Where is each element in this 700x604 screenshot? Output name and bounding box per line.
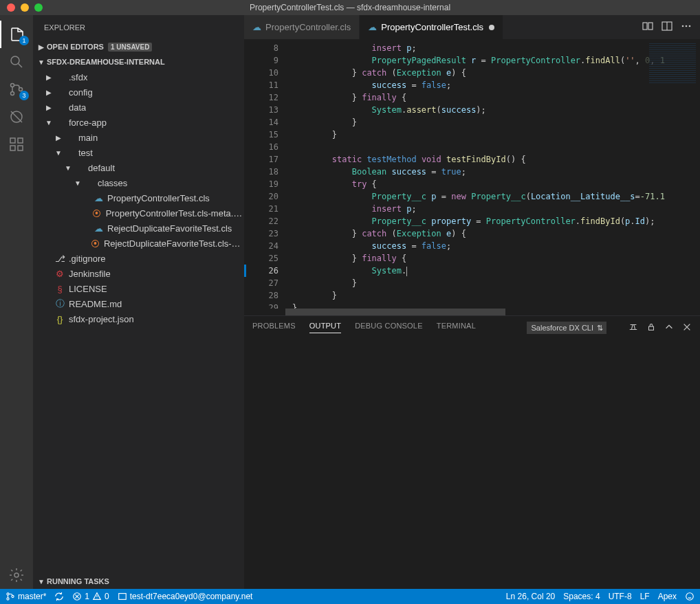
editor-area: ☁PropertyController.cls☁PropertyControll… — [244, 15, 700, 589]
title-bar: PropertyControllerTest.cls — sfdx-dreamh… — [0, 0, 700, 15]
settings-gear-icon[interactable] — [0, 561, 33, 589]
window-title: PropertyControllerTest.cls — sfdx-dreamh… — [0, 3, 700, 12]
debug-icon[interactable] — [0, 103, 33, 131]
project-section[interactable]: ▼ SFDX-DREAMHOUSE-INTERNAL — [33, 54, 244, 69]
output-channel-select[interactable]: Salesforce DX CLI ⇅ — [527, 322, 606, 334]
project-name: SFDX-DREAMHOUSE-INTERNAL — [47, 58, 165, 66]
svg-point-17 — [7, 593, 9, 595]
file-name: README.md — [69, 299, 122, 309]
svg-point-22 — [686, 593, 694, 601]
chevron-down-icon: ▼ — [36, 578, 47, 585]
file-item[interactable]: ⦿RejectDuplicateFavoriteTest.cls-me... — [33, 236, 244, 251]
chevron-right-icon: ▶ — [36, 43, 47, 51]
folder-item[interactable]: ▶main — [33, 130, 244, 145]
file-tree: ▶.sfdx▶config▶data▼force-app▶main▼test▼d… — [33, 69, 244, 326]
cursor-position[interactable]: Ln 26, Col 20 — [506, 592, 555, 601]
file-name: default — [88, 163, 115, 173]
svg-rect-6 — [10, 146, 15, 150]
file-item[interactable]: ☁PropertyControllerTest.cls — [33, 190, 244, 205]
code-content[interactable]: insert p; PropertyPagedResult r = Proper… — [292, 39, 700, 309]
org-indicator[interactable]: test-dt7eeca0eyd0@company.net — [118, 592, 253, 601]
file-type-icon: ⦿ — [89, 238, 101, 249]
file-item[interactable]: {}sfdx-project.json — [33, 311, 244, 326]
line-numbers: 8910111213141516171819202122232425262728… — [244, 39, 292, 309]
file-type-icon: ☁ — [92, 223, 105, 234]
sync-button[interactable] — [54, 592, 64, 601]
file-name: RejectDuplicateFavoriteTest.cls-me... — [104, 238, 244, 249]
svg-point-13 — [682, 25, 684, 27]
panel-body[interactable] — [244, 339, 700, 589]
editor-tab[interactable]: ☁PropertyControllerTest.cls — [360, 15, 503, 39]
open-editors-label: OPEN EDITORS — [47, 43, 104, 51]
more-actions-icon[interactable] — [681, 21, 692, 34]
file-item[interactable]: §LICENSE — [33, 281, 244, 296]
status-bar: master* 1 0 test-dt7eeca0eyd0@company.ne… — [0, 589, 700, 604]
file-name: RejectDuplicateFavoriteTest.cls — [107, 223, 232, 234]
svg-rect-11 — [648, 23, 653, 30]
panel-tab-output[interactable]: OUTPUT — [309, 322, 341, 333]
file-type-icon: ⎇ — [54, 254, 66, 264]
panel-tab-terminal[interactable]: TERMINAL — [437, 322, 476, 333]
svg-point-0 — [11, 56, 19, 65]
encoding[interactable]: UTF-8 — [609, 592, 632, 601]
file-name: Jenkinsfile — [69, 269, 111, 279]
folder-item[interactable]: ▶config — [33, 85, 244, 100]
bottom-panel: PROBLEMSOUTPUTDEBUG CONSOLETERMINAL Sale… — [244, 315, 700, 589]
chevron-down-icon: ▼ — [54, 149, 63, 157]
file-name: .sfdx — [69, 72, 87, 82]
file-name: .gitignore — [69, 254, 105, 264]
code-editor[interactable]: 8910111213141516171819202122232425262728… — [244, 39, 700, 309]
file-name: classes — [98, 178, 127, 188]
lock-scroll-icon[interactable] — [646, 322, 656, 333]
file-item[interactable]: ⓘREADME.md — [33, 296, 244, 311]
problems-status[interactable]: 1 0 — [72, 592, 109, 601]
folder-item[interactable]: ▶.sfdx — [33, 69, 244, 85]
dirty-indicator-icon — [489, 25, 494, 30]
chevron-updown-icon: ⇅ — [597, 324, 603, 333]
compare-changes-icon[interactable] — [642, 21, 653, 34]
explorer-icon[interactable]: 1 — [0, 21, 33, 48]
file-type-icon: ⓘ — [54, 298, 66, 310]
file-name: main — [78, 133, 98, 143]
chevron-right-icon: ▶ — [44, 74, 54, 81]
panel-chevron-up-icon[interactable] — [664, 322, 674, 333]
panel-close-icon[interactable] — [682, 322, 692, 333]
panel-tabs: PROBLEMSOUTPUTDEBUG CONSOLETERMINAL Sale… — [244, 316, 700, 339]
folder-item[interactable]: ▶data — [33, 100, 244, 115]
editor-tab[interactable]: ☁PropertyController.cls — [244, 15, 360, 39]
source-control-icon[interactable]: 3 — [0, 76, 33, 103]
running-tasks-section[interactable]: ▼ RUNNING TASKS — [33, 574, 244, 589]
folder-item[interactable]: ▼force-app — [33, 115, 244, 130]
search-icon[interactable] — [0, 48, 33, 76]
folder-item[interactable]: ▼default — [33, 160, 244, 175]
file-name: config — [69, 87, 93, 98]
horizontal-scrollbar[interactable] — [244, 309, 700, 315]
open-editors-section[interactable]: ▶ OPEN EDITORS 1 UNSAVED — [33, 39, 244, 54]
panel-tab-debug-console[interactable]: DEBUG CONSOLE — [355, 322, 423, 333]
file-name: PropertyControllerTest.cls — [107, 193, 210, 203]
split-editor-icon[interactable] — [661, 21, 672, 34]
file-type-icon: § — [54, 284, 66, 294]
svg-rect-8 — [18, 138, 23, 143]
minimap[interactable] — [645, 39, 700, 122]
file-item[interactable]: ☁RejectDuplicateFavoriteTest.cls — [33, 221, 244, 236]
language-mode[interactable]: Apex — [658, 592, 677, 601]
output-channel-label: Salesforce DX CLI — [532, 324, 593, 332]
file-item[interactable]: ⎇.gitignore — [33, 251, 244, 266]
activity-bar: 1 3 — [0, 15, 33, 589]
svg-rect-16 — [649, 326, 654, 330]
file-item[interactable]: ⚙Jenkinsfile — [33, 266, 244, 281]
clear-output-icon[interactable] — [628, 322, 638, 333]
file-type-icon: ☁ — [92, 193, 105, 203]
feedback-icon[interactable] — [685, 592, 694, 601]
panel-tab-problems[interactable]: PROBLEMS — [252, 322, 296, 333]
extensions-icon[interactable] — [0, 131, 33, 158]
eol[interactable]: LF — [640, 592, 650, 601]
running-tasks-label: RUNNING TASKS — [47, 577, 109, 585]
indentation[interactable]: Spaces: 4 — [563, 592, 600, 601]
file-item[interactable]: ⦿PropertyControllerTest.cls-meta.xml — [33, 205, 244, 221]
git-branch[interactable]: master* — [6, 592, 46, 601]
folder-item[interactable]: ▼classes — [33, 175, 244, 190]
folder-item[interactable]: ▼test — [33, 145, 244, 160]
svg-rect-5 — [10, 138, 15, 143]
